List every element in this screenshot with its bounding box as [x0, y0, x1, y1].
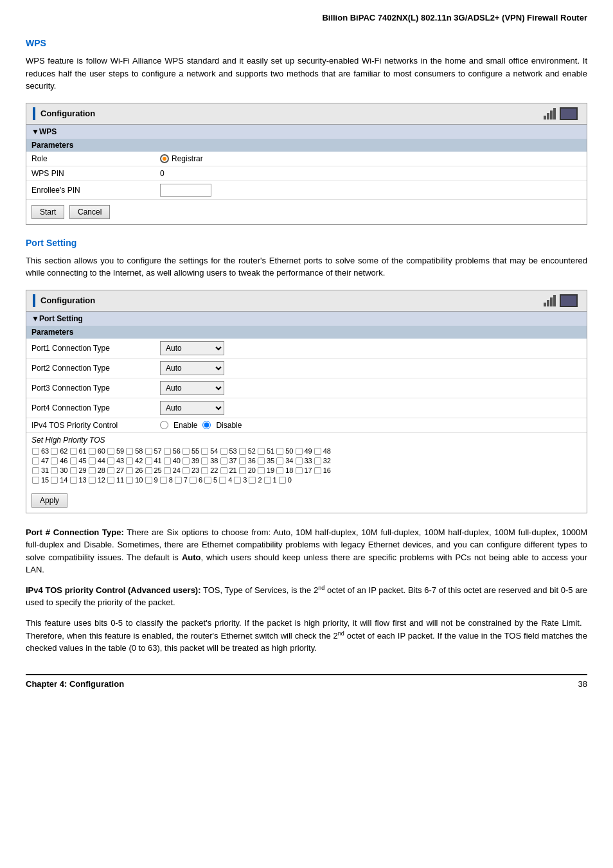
tos-cb-21[interactable]: [220, 466, 227, 474]
tos-cb-34[interactable]: [276, 457, 283, 464]
tos-item-43[interactable]: 43: [107, 457, 124, 465]
tos-item-52[interactable]: 52: [238, 447, 256, 456]
tos-cb-5[interactable]: [204, 476, 211, 483]
tos-cb-36[interactable]: [239, 457, 246, 464]
tos-item-7[interactable]: 7: [174, 476, 188, 484]
tos-cb-25[interactable]: [145, 466, 152, 474]
tos-cb-35[interactable]: [258, 457, 265, 464]
tos-cb-11[interactable]: [107, 476, 114, 483]
tos-cb-24[interactable]: [164, 466, 171, 474]
tos-item-62[interactable]: 62: [50, 447, 67, 456]
tos-cb-30[interactable]: [51, 466, 58, 474]
tos-cb-55[interactable]: [182, 447, 190, 454]
tos-item-19[interactable]: 19: [257, 466, 274, 475]
tos-cb-62[interactable]: [51, 447, 58, 454]
cancel-button[interactable]: Cancel: [69, 205, 110, 219]
tos-cb-48[interactable]: [314, 447, 321, 454]
port2-select[interactable]: Auto 10M half-duplex 10M full-duplex 100…: [160, 361, 224, 375]
tos-item-59[interactable]: 59: [107, 447, 124, 456]
tos-cb-22[interactable]: [201, 466, 208, 474]
tos-item-31[interactable]: 31: [31, 466, 49, 475]
tos-item-32[interactable]: 32: [314, 457, 331, 465]
tos-cb-54[interactable]: [201, 447, 208, 454]
tos-item-17[interactable]: 17: [295, 466, 312, 475]
tos-cb-1[interactable]: [263, 476, 271, 483]
tos-item-5[interactable]: 5: [204, 476, 217, 484]
tos-item-18[interactable]: 18: [276, 466, 293, 475]
tos-cb-19[interactable]: [258, 466, 265, 474]
tos-cb-15[interactable]: [32, 476, 39, 483]
tos-cb-46[interactable]: [51, 457, 58, 464]
tos-cb-49[interactable]: [295, 447, 302, 454]
tos-item-38[interactable]: 38: [200, 457, 218, 465]
tos-item-49[interactable]: 49: [295, 447, 312, 456]
tos-item-45[interactable]: 45: [69, 457, 87, 465]
ipv4-disable-radio[interactable]: [202, 421, 211, 429]
tos-cb-3[interactable]: [234, 476, 241, 483]
tos-cb-10[interactable]: [126, 476, 133, 483]
tos-item-36[interactable]: 36: [238, 457, 256, 465]
tos-cb-53[interactable]: [220, 447, 227, 454]
tos-item-9[interactable]: 9: [145, 476, 158, 484]
tos-item-55[interactable]: 55: [182, 447, 199, 456]
tos-cb-29[interactable]: [69, 466, 76, 474]
tos-item-41[interactable]: 41: [145, 457, 162, 465]
tos-cb-58[interactable]: [126, 447, 133, 454]
tos-cb-26[interactable]: [126, 466, 133, 474]
tos-item-8[interactable]: 8: [159, 476, 173, 484]
tos-cb-31[interactable]: [32, 466, 39, 474]
tos-cb-7[interactable]: [175, 476, 182, 483]
tos-cb-47[interactable]: [32, 457, 39, 464]
tos-cb-44[interactable]: [89, 457, 96, 464]
tos-cb-37[interactable]: [220, 457, 227, 464]
tos-item-29[interactable]: 29: [69, 466, 87, 475]
port3-select[interactable]: Auto 10M half-duplex 10M full-duplex 100…: [160, 381, 224, 395]
tos-cb-56[interactable]: [164, 447, 171, 454]
tos-cb-32[interactable]: [314, 457, 321, 464]
tos-item-14[interactable]: 14: [50, 476, 67, 484]
apply-button[interactable]: Apply: [31, 493, 67, 508]
tos-item-50[interactable]: 50: [276, 447, 293, 456]
tos-cb-41[interactable]: [145, 457, 152, 464]
tos-item-20[interactable]: 20: [238, 466, 256, 475]
tos-cb-18[interactable]: [276, 466, 283, 474]
tos-item-11[interactable]: 11: [107, 476, 124, 484]
enrollee-pin-input[interactable]: [160, 184, 211, 197]
tos-cb-40[interactable]: [164, 457, 171, 464]
tos-item-26[interactable]: 26: [125, 466, 143, 475]
tos-item-61[interactable]: 61: [69, 447, 87, 456]
tos-item-40[interactable]: 40: [163, 457, 181, 465]
tos-item-58[interactable]: 58: [125, 447, 143, 456]
tos-item-42[interactable]: 42: [125, 457, 143, 465]
tos-cb-50[interactable]: [276, 447, 283, 454]
tos-item-25[interactable]: 25: [145, 466, 162, 475]
port1-select[interactable]: Auto 10M half-duplex 10M full-duplex 100…: [160, 341, 224, 355]
tos-cb-33[interactable]: [295, 457, 302, 464]
tos-cb-16[interactable]: [314, 466, 321, 474]
tos-item-10[interactable]: 10: [125, 476, 143, 484]
tos-item-46[interactable]: 46: [50, 457, 67, 465]
tos-item-48[interactable]: 48: [314, 447, 331, 456]
role-radio[interactable]: [160, 154, 169, 163]
tos-cb-38[interactable]: [201, 457, 208, 464]
tos-cb-52[interactable]: [239, 447, 246, 454]
tos-item-33[interactable]: 33: [295, 457, 312, 465]
tos-cb-23[interactable]: [182, 466, 190, 474]
tos-item-22[interactable]: 22: [200, 466, 218, 475]
tos-cb-4[interactable]: [219, 476, 226, 483]
tos-item-24[interactable]: 24: [163, 466, 181, 475]
tos-item-57[interactable]: 57: [145, 447, 162, 456]
tos-cb-57[interactable]: [145, 447, 152, 454]
tos-cb-8[interactable]: [160, 476, 167, 483]
tos-cb-20[interactable]: [239, 466, 246, 474]
tos-item-15[interactable]: 15: [31, 476, 49, 484]
tos-item-23[interactable]: 23: [182, 466, 199, 475]
tos-item-63[interactable]: 63: [31, 447, 49, 456]
tos-item-39[interactable]: 39: [182, 457, 199, 465]
start-button[interactable]: Start: [31, 205, 64, 219]
tos-cb-39[interactable]: [182, 457, 190, 464]
tos-item-51[interactable]: 51: [257, 447, 274, 456]
tos-cb-60[interactable]: [89, 447, 96, 454]
tos-item-30[interactable]: 30: [50, 466, 67, 475]
tos-cb-6[interactable]: [190, 476, 197, 483]
